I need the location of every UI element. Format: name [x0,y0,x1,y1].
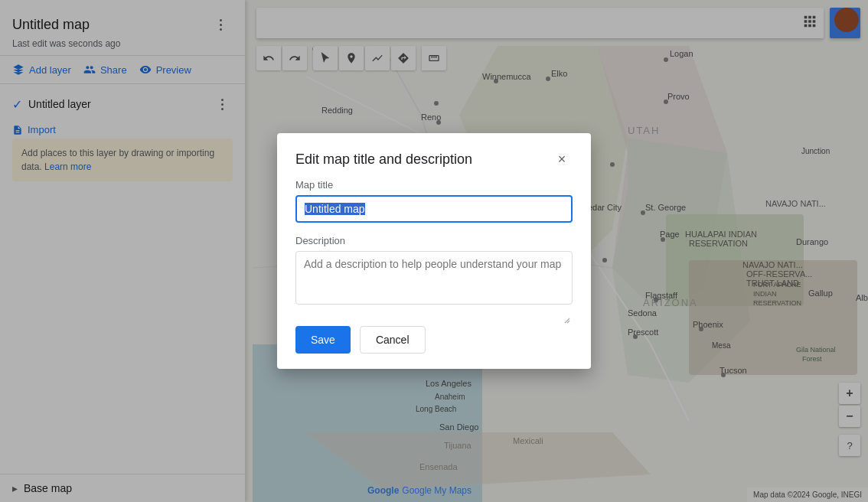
cancel-button[interactable]: Cancel [360,326,426,354]
map-title-label: Map title [295,179,573,191]
map-title-input[interactable] [295,195,573,223]
description-textarea[interactable] [295,251,573,305]
save-button[interactable]: Save [295,326,351,354]
edit-map-modal: Edit map title and description × Map tit… [277,133,591,369]
modal-body: Map title Description Save Cancel [277,179,591,369]
modal-overlay: Edit map title and description × Map tit… [0,0,868,502]
description-label: Description [295,235,573,246]
modal-footer: Save Cancel [295,323,573,354]
modal-header: Edit map title and description × [277,133,591,179]
modal-close-button[interactable]: × [551,148,573,170]
textarea-resize-handle[interactable] [563,314,571,321]
modal-title: Edit map title and description [295,152,472,168]
